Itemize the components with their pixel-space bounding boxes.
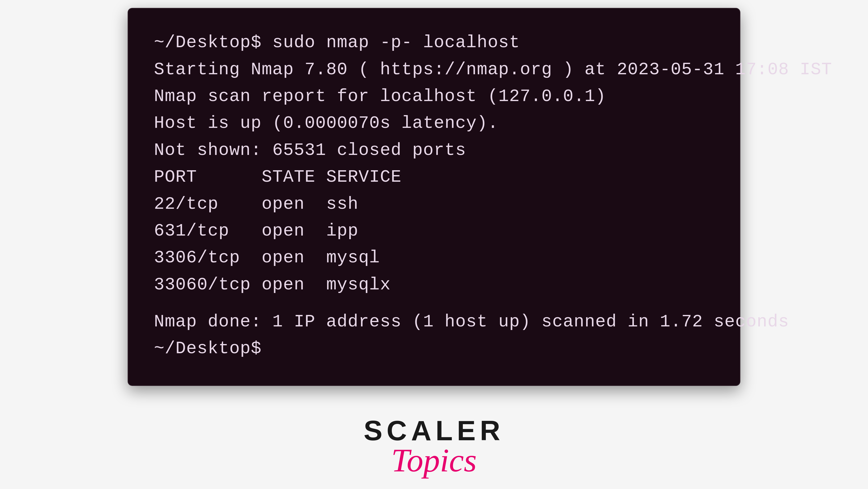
terminal-line-next-prompt: ~/Desktop$	[154, 335, 714, 362]
terminal-line-not-shown: Not shown: 65531 closed ports	[154, 137, 714, 164]
terminal-window: ~/Desktop$ sudo nmap -p- localhost Start…	[128, 8, 740, 386]
terminal-line-scan-report: Nmap scan report for localhost (127.0.0.…	[154, 83, 714, 110]
terminal-line-spacer	[154, 298, 714, 308]
terminal-line-done: Nmap done: 1 IP address (1 host up) scan…	[154, 308, 714, 335]
brand-scaler-text: SCALER	[364, 417, 504, 445]
terminal-line-header: PORT STATE SERVICE	[154, 164, 714, 190]
terminal-line-port1: 22/tcp open ssh	[154, 191, 714, 218]
terminal-line-port2: 631/tcp open ipp	[154, 218, 714, 244]
brand-topics-text: Topics	[391, 442, 477, 479]
brand-section: SCALER Topics	[364, 417, 504, 481]
terminal-line-cmd: ~/Desktop$ sudo nmap -p- localhost	[154, 29, 714, 56]
terminal-line-host-up: Host is up (0.0000070s latency).	[154, 110, 714, 136]
page-wrapper: ~/Desktop$ sudo nmap -p- localhost Start…	[128, 8, 740, 481]
terminal-line-port3: 3306/tcp open mysql	[154, 244, 714, 271]
terminal-line-port4: 33060/tcp open mysqlx	[154, 271, 714, 298]
terminal-line-starting: Starting Nmap 7.80 ( https://nmap.org ) …	[154, 56, 714, 83]
